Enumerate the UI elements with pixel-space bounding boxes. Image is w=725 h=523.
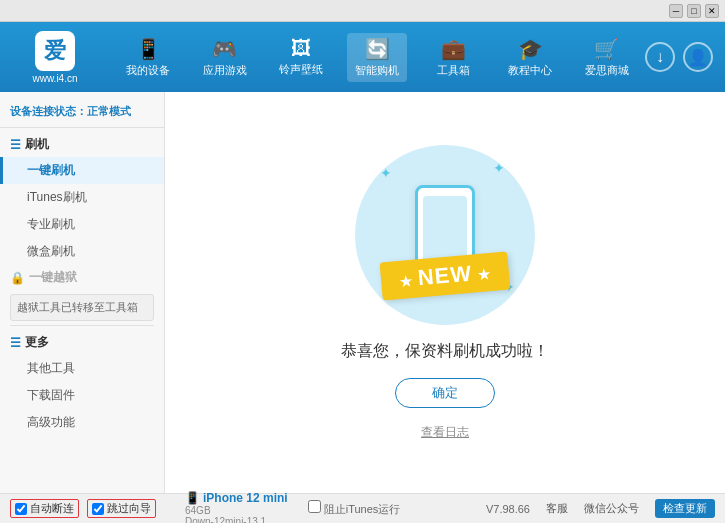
maximize-button[interactable]: □ bbox=[687, 4, 701, 18]
main-content: 设备连接状态：正常模式 ☰ 刷机 一键刷机 iTunes刷机 专业刷机 微盒刷机… bbox=[0, 92, 725, 493]
toolbox-icon: 💼 bbox=[441, 37, 466, 61]
skip-wizard-checkbox[interactable] bbox=[92, 503, 104, 515]
device-model: Down-12mini-13,1 bbox=[185, 516, 288, 524]
device-name-text: iPhone 12 mini bbox=[203, 491, 288, 505]
shop-icon: 🛒 bbox=[594, 37, 619, 61]
close-button[interactable]: ✕ bbox=[705, 4, 719, 18]
shop-label: 爱思商城 bbox=[585, 63, 629, 78]
tutorial-label: 教程中心 bbox=[508, 63, 552, 78]
nav-item-apps-games[interactable]: 🎮 应用游戏 bbox=[195, 33, 255, 82]
flash-section-icon: ☰ bbox=[10, 138, 21, 152]
sidebar-item-itunes-flash[interactable]: iTunes刷机 bbox=[0, 184, 164, 211]
version-text: V7.98.66 bbox=[486, 503, 530, 515]
flash-section-header: ☰ 刷机 bbox=[0, 132, 164, 157]
more-section-header: ☰ 更多 bbox=[0, 330, 164, 355]
confirm-button[interactable]: 确定 bbox=[395, 378, 495, 408]
sidebar-item-one-key-flash[interactable]: 一键刷机 bbox=[0, 157, 164, 184]
sidebar-item-pro-flash[interactable]: 专业刷机 bbox=[0, 211, 164, 238]
sidebar-item-micro-flash[interactable]: 微盒刷机 bbox=[0, 238, 164, 265]
smart-shop-icon: 🔄 bbox=[365, 37, 390, 61]
minimize-button[interactable]: ─ bbox=[669, 4, 683, 18]
device-storage: 64GB bbox=[185, 505, 288, 516]
jailbreak-notice: 越狱工具已转移至工具箱 bbox=[10, 294, 154, 321]
nav-item-tutorial[interactable]: 🎓 教程中心 bbox=[500, 33, 560, 82]
sidebar-divider bbox=[10, 325, 154, 326]
wallpaper-icon: 🖼 bbox=[291, 37, 311, 60]
device-status: 设备连接状态：正常模式 bbox=[0, 100, 164, 128]
sidebar-item-advanced[interactable]: 高级功能 bbox=[0, 409, 164, 436]
bottom-right: V7.98.66 客服 微信公众号 检查更新 bbox=[410, 499, 715, 518]
bottom-bar: 自动断连 跳过向导 📱 iPhone 12 mini 64GB Down-12m… bbox=[0, 493, 725, 523]
lock-icon: 🔒 bbox=[10, 271, 25, 285]
stop-itunes: 阻止iTunes运行 bbox=[298, 500, 411, 517]
view-log-link[interactable]: 查看日志 bbox=[421, 424, 469, 441]
skip-wizard-label: 跳过向导 bbox=[107, 501, 151, 516]
apps-games-icon: 🎮 bbox=[212, 37, 237, 61]
logo-icon: 爱 bbox=[35, 31, 75, 71]
user-button[interactable]: 👤 bbox=[683, 42, 713, 72]
nav-item-shop[interactable]: 🛒 爱思商城 bbox=[577, 33, 637, 82]
more-section-label: 更多 bbox=[25, 334, 49, 351]
bottom-left: 自动断连 跳过向导 bbox=[10, 499, 175, 518]
my-device-icon: 📱 bbox=[136, 37, 161, 61]
header: 爱 www.i4.cn 📱 我的设备 🎮 应用游戏 🖼 铃声壁纸 🔄 智能购机 … bbox=[0, 22, 725, 92]
status-value: 正常模式 bbox=[87, 105, 131, 117]
jailbreak-section-header: 🔒 一键越狱 bbox=[0, 265, 164, 290]
sidebar: 设备连接状态：正常模式 ☰ 刷机 一键刷机 iTunes刷机 专业刷机 微盒刷机… bbox=[0, 92, 165, 493]
sidebar-item-download-firmware[interactable]: 下载固件 bbox=[0, 382, 164, 409]
toolbox-label: 工具箱 bbox=[437, 63, 470, 78]
stop-itunes-label: 阻止iTunes运行 bbox=[324, 503, 401, 515]
nav-item-toolbox[interactable]: 💼 工具箱 bbox=[424, 33, 484, 82]
stop-itunes-checkbox[interactable] bbox=[308, 500, 321, 513]
skip-wizard-checkbox-label[interactable]: 跳过向导 bbox=[87, 499, 156, 518]
smart-shop-label: 智能购机 bbox=[355, 63, 399, 78]
jailbreak-section-label: 一键越狱 bbox=[29, 269, 77, 286]
nav-item-my-device[interactable]: 📱 我的设备 bbox=[118, 33, 178, 82]
flash-section-label: 刷机 bbox=[25, 136, 49, 153]
nav-item-smart-shop[interactable]: 🔄 智能购机 bbox=[347, 33, 407, 82]
nav-items: 📱 我的设备 🎮 应用游戏 🖼 铃声壁纸 🔄 智能购机 💼 工具箱 🎓 教程中心… bbox=[110, 33, 645, 82]
nav-right: ↓ 👤 bbox=[645, 42, 725, 72]
wechat-link[interactable]: 微信公众号 bbox=[584, 501, 639, 516]
more-section-icon: ☰ bbox=[10, 336, 21, 350]
logo-text: www.i4.cn bbox=[32, 73, 77, 84]
tutorial-icon: 🎓 bbox=[518, 37, 543, 61]
status-label: 设备连接状态： bbox=[10, 105, 87, 117]
apps-games-label: 应用游戏 bbox=[203, 63, 247, 78]
support-link[interactable]: 客服 bbox=[546, 501, 568, 516]
device-name: 📱 iPhone 12 mini bbox=[185, 491, 288, 505]
update-button[interactable]: 检查更新 bbox=[655, 499, 715, 518]
content-area: ✦ ✦ ✦ NEW 恭喜您，保资料刷机成功啦！ 确定 查看日志 bbox=[165, 92, 725, 493]
success-area: ✦ ✦ ✦ NEW 恭喜您，保资料刷机成功啦！ 确定 查看日志 bbox=[341, 145, 549, 441]
bottom-device-info: 📱 iPhone 12 mini 64GB Down-12mini-13,1 bbox=[175, 491, 298, 524]
logo-area: 爱 www.i4.cn bbox=[0, 31, 110, 84]
title-bar: ─ □ ✕ bbox=[0, 0, 725, 22]
phone-small-icon: 📱 bbox=[185, 491, 200, 505]
auto-disconnect-checkbox-label[interactable]: 自动断连 bbox=[10, 499, 79, 518]
sparkle-2: ✦ bbox=[493, 160, 505, 176]
my-device-label: 我的设备 bbox=[126, 63, 170, 78]
auto-disconnect-label: 自动断连 bbox=[30, 501, 74, 516]
auto-disconnect-checkbox[interactable] bbox=[15, 503, 27, 515]
success-text: 恭喜您，保资料刷机成功啦！ bbox=[341, 341, 549, 362]
sidebar-item-other-tools[interactable]: 其他工具 bbox=[0, 355, 164, 382]
nav-item-wallpaper[interactable]: 🖼 铃声壁纸 bbox=[271, 33, 331, 81]
wallpaper-label: 铃声壁纸 bbox=[279, 62, 323, 77]
sparkle-1: ✦ bbox=[380, 165, 392, 181]
download-button[interactable]: ↓ bbox=[645, 42, 675, 72]
phone-illustration: ✦ ✦ ✦ NEW bbox=[355, 145, 535, 325]
